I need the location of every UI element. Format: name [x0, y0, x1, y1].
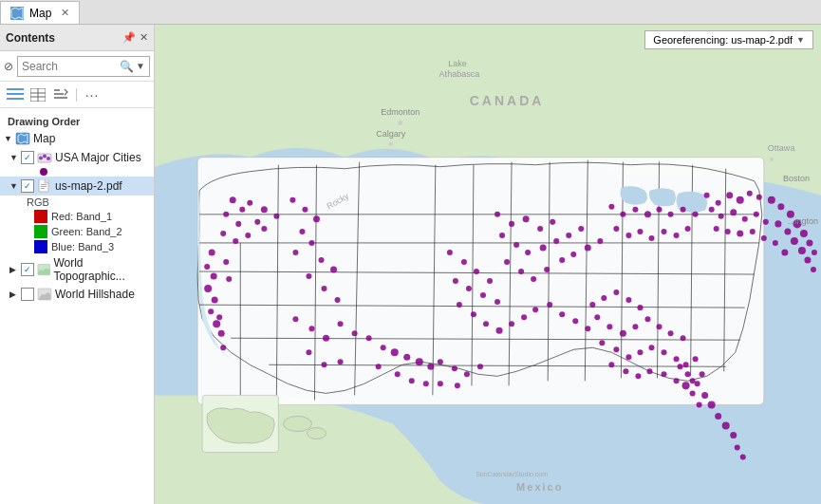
svg-point-191 — [768, 196, 775, 204]
pin-icon[interactable]: 📌 — [122, 31, 136, 44]
svg-point-143 — [601, 295, 606, 301]
svg-point-108 — [499, 233, 505, 238]
map-layer-icon — [15, 132, 30, 145]
pdf-checkbox[interactable]: ✓ — [21, 179, 34, 193]
svg-point-210 — [714, 226, 719, 232]
blue-band-label: Blue: Band_3 — [51, 241, 114, 252]
svg-point-76 — [306, 273, 311, 279]
svg-point-60 — [212, 297, 218, 304]
svg-point-173 — [678, 364, 683, 369]
svg-point-236 — [398, 121, 402, 125]
layer-map[interactable]: ▼ Map — [0, 129, 154, 148]
svg-point-98 — [409, 378, 415, 383]
pdf-expand-arrow[interactable]: ▼ — [9, 181, 21, 191]
svg-point-72 — [308, 240, 314, 246]
svg-point-117 — [531, 276, 536, 282]
svg-point-111 — [540, 244, 547, 251]
hillshade-expand-arrow[interactable]: ▶ — [9, 289, 21, 299]
map-expand-arrow[interactable]: ▼ — [4, 134, 15, 143]
map-svg: CANADA Lake Athabasca Edmonton Calgary R… — [155, 25, 821, 504]
svg-point-70 — [313, 215, 320, 222]
svg-point-165 — [623, 368, 628, 374]
svg-point-106 — [537, 226, 543, 232]
svg-point-99 — [423, 381, 429, 386]
svg-point-97 — [395, 371, 401, 377]
search-box[interactable]: 🔍 ▼ — [17, 56, 150, 77]
layer-world-topo[interactable]: ▶ ✓ World Topographic... — [0, 254, 154, 285]
svg-point-159 — [648, 345, 654, 350]
map-tab[interactable]: Map ✕ — [0, 1, 80, 24]
red-swatch — [34, 210, 47, 223]
cities-checkbox[interactable]: ✓ — [21, 151, 34, 164]
svg-point-184 — [697, 401, 702, 407]
svg-point-110 — [525, 250, 531, 255]
svg-point-204 — [774, 220, 781, 227]
svg-point-201 — [742, 216, 748, 222]
svg-point-147 — [594, 314, 600, 320]
svg-point-48 — [247, 200, 252, 206]
search-input[interactable] — [22, 60, 120, 73]
svg-point-192 — [777, 203, 784, 210]
svg-point-61 — [208, 308, 214, 314]
contents-panel: Contents 📌 ✕ ⊘ 🔍 ▼ — [0, 25, 155, 504]
cities-expand-arrow[interactable]: ▼ — [9, 153, 21, 162]
svg-text:Mexico: Mexico — [516, 481, 563, 493]
svg-point-150 — [632, 324, 638, 329]
layer-us-map-pdf[interactable]: ▼ ✓ us-map-2.pdf — [0, 177, 154, 196]
svg-point-221 — [657, 207, 662, 213]
georef-dropdown[interactable]: Georeferencing: us-map-2.pdf ▼ — [644, 30, 813, 49]
svg-point-43 — [307, 427, 326, 439]
svg-point-213 — [750, 229, 756, 234]
svg-point-84 — [306, 349, 311, 355]
svg-point-77 — [322, 286, 327, 291]
svg-point-175 — [695, 381, 700, 386]
svg-point-101 — [455, 383, 460, 388]
svg-point-128 — [466, 286, 472, 291]
svg-point-229 — [662, 229, 667, 234]
svg-point-158 — [637, 349, 643, 355]
svg-point-209 — [811, 267, 816, 272]
svg-point-73 — [292, 250, 298, 255]
svg-point-187 — [726, 192, 733, 198]
red-band-label: Red: Band_1 — [51, 211, 112, 222]
topo-expand-arrow[interactable]: ▶ — [9, 265, 21, 274]
svg-point-82 — [338, 321, 344, 327]
table-view-icon[interactable] — [28, 86, 47, 103]
filter-icon[interactable]: ⊘ — [4, 60, 13, 73]
svg-point-151 — [644, 316, 650, 322]
toolbar-separator — [76, 88, 77, 102]
svg-point-80 — [308, 326, 314, 331]
topo-checkbox[interactable]: ✓ — [21, 263, 34, 276]
list-view-icon[interactable] — [6, 86, 25, 103]
svg-point-66 — [223, 259, 229, 265]
drawing-order: Drawing Order ▼ Map ▼ ✓ — [0, 108, 154, 504]
map-view[interactable]: Georeferencing: us-map-2.pdf ▼ — [155, 25, 821, 504]
svg-point-200 — [730, 209, 737, 215]
svg-point-42 — [283, 416, 311, 431]
svg-point-180 — [730, 432, 737, 439]
svg-point-231 — [685, 226, 691, 232]
svg-point-162 — [683, 362, 689, 367]
layer-world-hillshade[interactable]: ▶ World Hillshade — [0, 285, 154, 304]
svg-point-67 — [226, 276, 232, 282]
close-panel-icon[interactable]: ✕ — [140, 31, 148, 44]
red-band-item: Red: Band_1 — [0, 209, 154, 224]
svg-point-217 — [608, 204, 614, 210]
sort-icon[interactable] — [51, 86, 70, 103]
more-options-icon[interactable]: ··· — [83, 86, 102, 103]
map-tab-close[interactable]: ✕ — [61, 7, 69, 19]
svg-point-115 — [504, 259, 510, 265]
svg-point-107 — [550, 219, 555, 225]
hillshade-checkbox[interactable] — [21, 288, 34, 301]
search-submit-icon[interactable]: 🔍 — [120, 60, 134, 73]
svg-point-166 — [635, 373, 641, 379]
svg-point-122 — [597, 238, 603, 244]
svg-point-58 — [211, 273, 217, 280]
svg-point-113 — [566, 233, 571, 238]
search-dropdown-icon[interactable]: ▼ — [136, 61, 145, 71]
svg-point-186 — [716, 200, 721, 206]
green-band-label: Green: Band_2 — [51, 226, 122, 237]
svg-point-129 — [480, 292, 486, 298]
svg-point-120 — [570, 252, 576, 257]
layer-usa-cities[interactable]: ▼ ✓ USA Major Cities — [0, 148, 154, 167]
